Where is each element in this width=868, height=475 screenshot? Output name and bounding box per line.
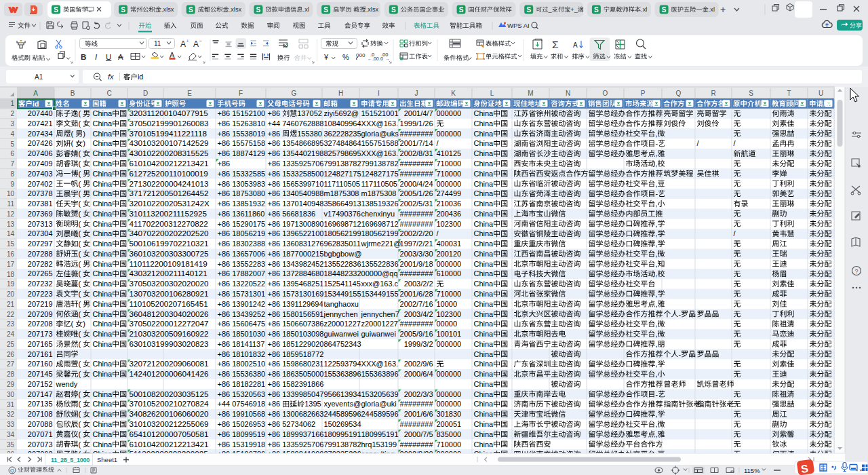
svg-text:+86 1340540988: +86 1340540988 (268, 189, 324, 197)
svg-text:China: China (93, 109, 113, 117)
svg-text:2005/1/26: 2005/1/26 (400, 189, 433, 197)
svg-text:M: M (528, 90, 533, 97)
svg-text:207313: 207313 (28, 220, 53, 228)
svg-text:710000: 710000 (437, 159, 462, 168)
svg-text:S: S (526, 6, 531, 14)
svg-text:Σ: Σ (552, 39, 559, 50)
svg-text:id: id (33, 100, 39, 108)
svg-text:tanghaoxu: tanghaoxu (324, 300, 359, 308)
svg-text:+86 13851932: +86 13851932 (218, 200, 266, 208)
svg-text:117110505: 117110505 (324, 180, 360, 188)
svg-text:T: T (787, 90, 791, 97)
svg-text:China: China (474, 250, 494, 258)
svg-text:+86 1395468251: +86 1395468251 (268, 280, 324, 288)
svg-text:+86 15320563: +86 15320563 (218, 390, 266, 398)
svg-text:11: 11 (7, 200, 15, 208)
svg-text:,: , (656, 240, 658, 248)
svg-text:310113200211152925: 310113200211152925 (130, 209, 208, 218)
svg-text:370105199411221118: 370105199411221118 (130, 129, 207, 138)
svg-text:,: , (656, 290, 658, 298)
svg-text:+86 1506607386: +86 1506607386 (268, 320, 324, 328)
svg-text:155363896: 155363896 (361, 370, 399, 378)
svg-text:207088: 207088 (28, 420, 53, 428)
svg-text:(: ( (79, 119, 81, 128)
svg-text:(: ( (71, 139, 74, 147)
svg-text:K: K (451, 90, 456, 97)
svg-text:14: 14 (7, 230, 15, 238)
svg-text:150269534: 150269534 (324, 420, 361, 428)
svg-text:China: China (474, 200, 494, 208)
svg-text:000000: 000000 (437, 370, 462, 378)
svg-text:207223: 207223 (28, 290, 53, 298)
svg-text:China: China (474, 189, 494, 197)
svg-text:A1: A1 (35, 73, 43, 81)
svg-text:hrq153199: hrq153199 (361, 440, 397, 449)
svg-text:+86 13053983: +86 13053983 (218, 180, 266, 188)
svg-text:207304: 207304 (28, 229, 53, 238)
svg-text:O: O (603, 90, 608, 97)
svg-text:China: China (474, 420, 494, 428)
svg-text:China: China (474, 350, 494, 358)
svg-text:A: A (33, 90, 38, 97)
svg-text:2000/6/4: 2000/6/4 (404, 370, 433, 378)
svg-text:U: U (106, 53, 111, 61)
svg-text:+86 15536380: +86 15536380 (218, 370, 266, 378)
svg-text:+86 13611860: +86 13611860 (218, 210, 265, 218)
svg-text:207108: 207108 (28, 410, 53, 418)
svg-text:+86 15290175: +86 15290175 (218, 220, 266, 228)
svg-text:jennychen7: jennychen7 (361, 310, 399, 318)
svg-text:chenxinyu: chenxinyu (361, 210, 395, 218)
svg-text:411702200312270822: 411702200312270822 (130, 219, 208, 228)
svg-text:,: , (656, 430, 658, 438)
svg-text:China: China (93, 300, 113, 308)
svg-text:+86 1335925706: +86 1335925706 (268, 440, 324, 449)
svg-text:8: 8 (10, 170, 14, 178)
svg-text:5: 5 (10, 140, 14, 148)
svg-text:32010220020531242X: 32010220020531242X (130, 199, 210, 208)
svg-text:C: C (106, 90, 111, 97)
svg-text:China: China (93, 430, 113, 438)
svg-text:153449155: 153449155 (361, 290, 399, 298)
svg-text:,: , (656, 130, 658, 138)
svg-text:33: 33 (7, 421, 15, 428)
svg-text:(: ( (71, 130, 74, 138)
svg-text:U: U (818, 90, 823, 97)
svg-text:2001/6/28: 2001/6/28 (400, 290, 433, 298)
svg-text:,: , (656, 180, 658, 188)
svg-text:710000: 710000 (437, 440, 462, 449)
svg-text:153449155: 153449155 (324, 290, 361, 298)
svg-text:(: ( (79, 149, 81, 157)
svg-text:000: 000 (356, 52, 366, 58)
svg-text:(: ( (79, 410, 81, 418)
svg-text:207219: 207219 (28, 300, 53, 308)
svg-text:+86 1859518772: +86 1859518772 (268, 350, 324, 358)
svg-text:207402: 207402 (28, 180, 53, 188)
svg-text:Sheet1: Sheet1 (97, 456, 117, 463)
svg-text:China: China (474, 340, 494, 348)
svg-text:124827175: 124827175 (361, 170, 399, 178)
svg-text:-: - (679, 310, 682, 318)
svg-text:29: 29 (7, 381, 15, 388)
svg-text:China: China (93, 189, 113, 197)
svg-text:962835011: 962835011 (324, 240, 361, 248)
svg-text:+86 1863505000: +86 1863505000 (268, 370, 324, 378)
svg-text:+86 15026953: +86 15026953 (218, 420, 266, 428)
svg-text:19: 19 (7, 280, 15, 288)
svg-text:244589596: 244589596 (361, 410, 399, 418)
svg-text:,: , (656, 360, 658, 368)
svg-text:370105200210270824: 370105200210270824 (130, 399, 210, 408)
svg-text:+86 1598680231: +86 1598680231 (268, 360, 324, 368)
svg-text:612725200110100019: 612725200110100019 (130, 169, 208, 178)
svg-text:,: , (656, 330, 658, 338)
svg-text:+86 1565399710: +86 1565399710 (268, 180, 324, 188)
svg-text:,: , (656, 320, 658, 328)
svg-text:370502199901260083: 370502199901260083 (130, 119, 209, 128)
svg-text:207165: 207165 (28, 340, 53, 348)
svg-text:China: China (474, 109, 494, 117)
svg-text:China: China (93, 330, 113, 338)
svg-text:z20001227: z20001227 (324, 320, 361, 328)
svg-text:135522836: 135522836 (361, 260, 399, 268)
svg-text:(: ( (79, 330, 81, 338)
svg-text:+86: +86 (268, 400, 281, 408)
svg-text:########: ######## (400, 420, 434, 428)
